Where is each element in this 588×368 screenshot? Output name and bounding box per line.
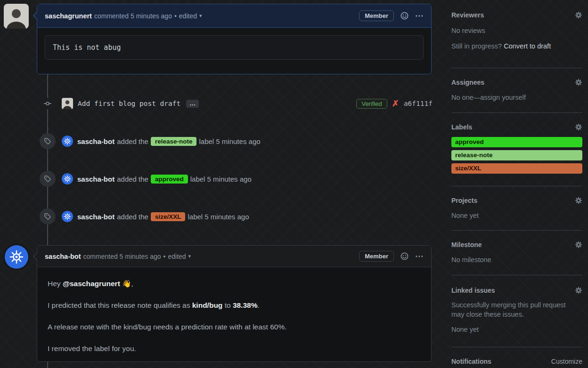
author-link[interactable]: saschagrunert [45,12,92,20]
member-badge: Member [359,10,394,21]
comment-paragraph: Hey @saschagrunert 👋, [48,278,421,289]
sidebar-label-release-note[interactable]: release-note [451,150,582,160]
gear-icon[interactable] [575,123,582,131]
event-text: added the [117,175,148,183]
commit-sha-link[interactable]: a6f111f [404,100,433,107]
avatar-sascha-bot[interactable] [62,136,73,147]
comment-body: This is not abug [37,28,431,67]
comment-options-kebab-icon[interactable]: ⋯ [415,254,424,259]
commit-expander-button[interactable]: … [186,100,199,108]
gear-icon[interactable] [575,241,582,248]
event-text: label 5 minutes ago [190,175,252,183]
git-commit-icon [40,98,55,109]
comment-options-kebab-icon[interactable]: ⋯ [415,14,424,18]
projects-title: Projects [451,197,477,204]
caret-down-icon: ▾ [199,13,202,19]
commit-message-link[interactable]: Add first blog post draft [78,100,180,107]
progress-question-text: Still in progress? [451,42,502,50]
assign-yourself-link[interactable]: assign yourself [480,94,526,101]
sidebar-label-size-xxl[interactable]: size/XXL [451,163,582,174]
comment-header: saschagrunert commented 5 minutes ago • … [37,4,431,28]
wave-emoji: 👋 [122,280,131,288]
add-reaction-button[interactable] [400,252,408,260]
gear-icon[interactable] [575,11,582,19]
avatar-sascha-bot[interactable] [62,211,73,222]
milestone-title: Milestone [451,241,482,248]
label-pill[interactable]: size/XXL [151,212,186,221]
gear-icon[interactable] [575,79,582,86]
event-actor-link[interactable]: sascha-bot [77,175,114,183]
comment-body: Hey @saschagrunert 👋, I predicted that t… [37,267,431,368]
sidebar-section-reviewers: Reviewers No reviews Still in progress? … [451,0,582,68]
milestone-empty-text: No milestone [451,255,582,264]
tag-icon [40,133,56,149]
event-text: label 5 minutes ago [199,137,260,145]
reviewers-title: Reviewers [451,11,484,19]
gear-icon[interactable] [575,197,582,204]
linked-issues-title: Linked issues [451,287,495,294]
event-text: added the [117,213,148,221]
check-failure-icon[interactable]: ✗ [392,98,399,109]
code-block: This is not abug [45,35,424,60]
comment-paragraph: I predicted that this release note quali… [48,300,421,311]
comment-sascha-bot: sascha-bot commented 5 minutes ago • edi… [37,245,432,362]
comment-saschagrunert: saschagrunert commented 5 minutes ago • … [37,4,432,74]
sidebar-section-labels: Labels approved release-note size/XXL [451,113,582,186]
sidebar-label-approved[interactable]: approved [451,137,582,147]
event-text: label 5 minutes ago [188,213,249,221]
sidebar-section-assignees: Assignees No one—assign yourself [451,68,582,113]
labels-title: Labels [451,123,472,131]
linked-issues-description: Successfully merging this pull request m… [451,300,569,319]
event-text: added the [117,137,148,145]
caret-down-icon: ▾ [188,253,191,259]
pr-sidebar: Reviewers No reviews Still in progress? … [451,0,582,368]
meta-separator: • [174,12,177,20]
comment-meta: commented 5 minutes ago [94,12,172,20]
gear-icon[interactable] [575,287,582,294]
customize-link[interactable]: Customize [551,358,582,365]
label-pill[interactable]: release-note [151,137,197,146]
comment-meta: commented 5 minutes ago [83,253,161,260]
assignees-title: Assignees [451,79,484,86]
label-pill[interactable]: approved [151,175,188,184]
mention-link[interactable]: @saschagrunert [63,280,120,288]
comment-paragraph: A release note with the kind/bug needs a… [48,321,421,332]
projects-empty-text: None yet [451,211,582,220]
sidebar-section-milestone: Milestone No milestone [451,231,582,275]
avatar-sascha-bot[interactable] [62,173,73,184]
edited-dropdown[interactable]: edited [168,253,186,260]
sidebar-section-linked-issues: Linked issues Successfully merging this … [451,275,582,347]
sidebar-section-projects: Projects None yet [451,186,582,231]
author-link[interactable]: sascha-bot [45,253,81,260]
linked-issues-empty-text: None yet [451,325,569,334]
avatar-sascha-bot-large[interactable] [5,245,28,269]
event-actor-link[interactable]: sascha-bot [77,213,114,221]
member-badge: Member [359,251,394,262]
edited-dropdown[interactable]: edited [179,12,197,20]
sidebar-section-notifications: Notifications Customize [451,347,582,368]
commit-author-avatar[interactable] [62,98,73,109]
meta-separator: • [163,253,166,260]
event-actor-link[interactable]: sascha-bot [77,137,114,145]
tag-icon [40,171,56,187]
notifications-title: Notifications [451,358,491,365]
avatar-saschagrunert[interactable] [4,4,29,29]
reviewers-empty-text: No reviews [451,26,582,35]
assignees-empty-text: No one— [451,94,480,101]
tag-icon [40,208,56,224]
comment-header: sascha-bot commented 5 minutes ago • edi… [37,246,431,267]
timeline-event-label-added: sascha-bot added the size/XXL label 5 mi… [40,208,433,225]
pull-request-page: saschagrunert commented 5 minutes ago • … [0,0,588,368]
convert-to-draft-link[interactable]: Convert to draft [504,42,551,50]
commit-row: Add first blog post draft … Verified ✗ a… [40,95,433,112]
add-reaction-button[interactable] [400,12,408,20]
timeline-event-label-added: sascha-bot added the approved label 5 mi… [40,170,433,187]
verified-badge[interactable]: Verified [356,99,387,109]
timeline-event-label-added: sascha-bot added the release-note label … [40,133,433,150]
comment-paragraph: I removed the label for you. [48,343,421,354]
